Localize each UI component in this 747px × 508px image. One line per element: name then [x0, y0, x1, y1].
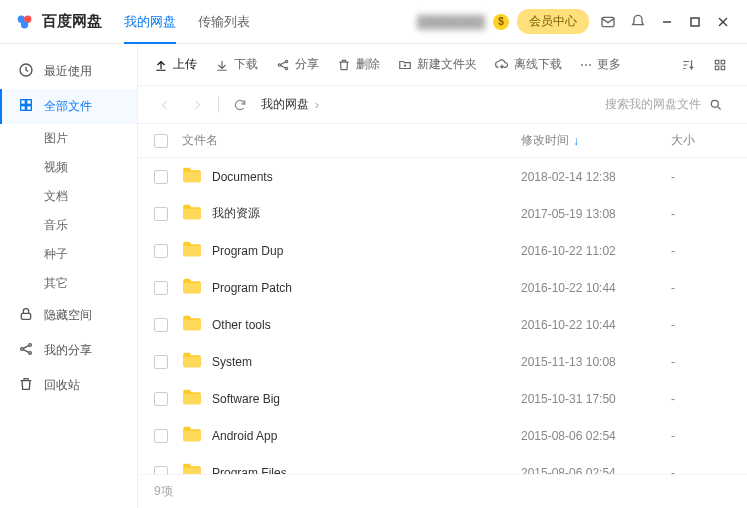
file-row[interactable]: Program Files2015-08-06 02:54-	[138, 454, 747, 474]
search-icon	[709, 98, 723, 112]
file-size: -	[671, 281, 731, 295]
file-list-header: 文件名 修改时间 ↓ 大小	[138, 124, 747, 158]
row-checkbox[interactable]	[154, 392, 168, 406]
file-row[interactable]: Android App2015-08-06 02:54-	[138, 417, 747, 454]
column-name[interactable]: 文件名	[182, 132, 521, 149]
row-checkbox[interactable]	[154, 466, 168, 475]
select-all-checkbox[interactable]	[154, 134, 168, 148]
row-checkbox[interactable]	[154, 170, 168, 184]
column-size[interactable]: 大小	[671, 132, 731, 149]
row-checkbox[interactable]	[154, 318, 168, 332]
share-icon	[18, 341, 34, 360]
file-size: -	[671, 207, 731, 221]
row-checkbox[interactable]	[154, 429, 168, 443]
folder-icon	[182, 167, 212, 186]
new-folder-label: 新建文件夹	[417, 56, 477, 73]
more-button[interactable]: ⋯ 更多	[580, 56, 621, 73]
sidebar-item-all[interactable]: 全部文件	[0, 89, 137, 124]
svg-rect-20	[715, 60, 719, 64]
file-time: 2015-08-06 02:54	[521, 429, 671, 443]
clock-icon	[18, 62, 34, 81]
minimize-button[interactable]	[657, 12, 677, 32]
sidebar-item-trash[interactable]: 回收站	[0, 368, 137, 403]
bell-icon[interactable]	[627, 11, 649, 33]
app-name: 百度网盘	[42, 12, 102, 31]
file-row[interactable]: Other tools2016-10-22 10:44-	[138, 306, 747, 343]
offline-download-button[interactable]: 离线下载	[495, 56, 562, 73]
delete-button[interactable]: 删除	[337, 56, 380, 73]
file-row[interactable]: Program Patch2016-10-22 10:44-	[138, 269, 747, 306]
title-tab-1[interactable]: 传输列表	[198, 1, 250, 43]
row-checkbox[interactable]	[154, 281, 168, 295]
download-button[interactable]: 下载	[215, 56, 258, 73]
sidebar-sub-5[interactable]: 其它	[0, 269, 137, 298]
lock-icon	[18, 306, 34, 325]
app-logo: 百度网盘	[14, 11, 102, 33]
svg-point-14	[21, 348, 24, 351]
trash-icon	[18, 376, 34, 395]
title-tab-0[interactable]: 我的网盘	[124, 1, 176, 43]
file-size: -	[671, 318, 731, 332]
sidebar-item-recent[interactable]: 最近使用	[0, 54, 137, 89]
file-time: 2017-05-19 13:08	[521, 207, 671, 221]
svg-point-16	[29, 352, 32, 355]
svg-rect-22	[715, 66, 719, 70]
folder-icon	[182, 352, 212, 371]
svg-rect-13	[21, 313, 30, 319]
file-time: 2015-08-06 02:54	[521, 466, 671, 475]
row-checkbox[interactable]	[154, 244, 168, 258]
new-folder-button[interactable]: 新建文件夹	[398, 56, 477, 73]
sort-arrow-down-icon: ↓	[573, 134, 579, 148]
sidebar-sub-0[interactable]: 图片	[0, 124, 137, 153]
column-time[interactable]: 修改时间 ↓	[521, 132, 671, 149]
refresh-button[interactable]	[229, 94, 251, 116]
file-name: Software Big	[212, 392, 280, 406]
cloud-download-icon	[495, 58, 509, 72]
svg-point-2	[21, 21, 28, 28]
maximize-button[interactable]	[685, 12, 705, 32]
chevron-right-icon: ›	[315, 98, 319, 112]
file-name: Program Files	[212, 466, 287, 475]
delete-label: 删除	[356, 56, 380, 73]
row-checkbox[interactable]	[154, 207, 168, 221]
sidebar-sub-4[interactable]: 种子	[0, 240, 137, 269]
cloud-logo-icon	[14, 11, 36, 33]
back-button[interactable]	[154, 94, 176, 116]
close-button[interactable]	[713, 12, 733, 32]
file-row[interactable]: Software Big2015-10-31 17:50-	[138, 380, 747, 417]
row-checkbox[interactable]	[154, 355, 168, 369]
svg-point-19	[285, 67, 287, 69]
upload-icon	[154, 58, 168, 72]
sidebar-sub-2[interactable]: 文档	[0, 182, 137, 211]
svg-point-15	[29, 344, 32, 347]
search-box[interactable]: 搜索我的网盘文件	[597, 92, 731, 117]
sidebar-item-share[interactable]: 我的分享	[0, 333, 137, 368]
file-name: 我的资源	[212, 205, 260, 222]
forward-button[interactable]	[186, 94, 208, 116]
share-button[interactable]: 分享	[276, 56, 319, 73]
file-name: Program Patch	[212, 281, 292, 295]
sidebar-sub-1[interactable]: 视频	[0, 153, 137, 182]
breadcrumb-root[interactable]: 我的网盘	[261, 96, 309, 113]
file-row[interactable]: 我的资源2017-05-19 13:08-	[138, 195, 747, 232]
titlebar: 百度网盘 我的网盘传输列表 ████████ $ 会员中心	[0, 0, 747, 44]
file-row[interactable]: Documents2018-02-14 12:38-	[138, 158, 747, 195]
file-name: Android App	[212, 429, 277, 443]
upload-button[interactable]: 上传	[154, 56, 197, 73]
file-row[interactable]: System2015-11-13 10:08-	[138, 343, 747, 380]
file-size: -	[671, 466, 731, 475]
sidebar-item-hidden[interactable]: 隐藏空间	[0, 298, 137, 333]
sidebar-sub-3[interactable]: 音乐	[0, 211, 137, 240]
nav-divider	[218, 97, 219, 113]
folder-icon	[182, 426, 212, 445]
list-view-icon[interactable]	[709, 54, 731, 76]
mail-icon[interactable]	[597, 11, 619, 33]
grid-icon	[18, 97, 34, 116]
sort-icon[interactable]	[677, 54, 699, 76]
member-center-button[interactable]: 会员中心	[517, 9, 589, 34]
search-placeholder: 搜索我的网盘文件	[605, 96, 701, 113]
file-row[interactable]: Program Dup2016-10-22 11:02-	[138, 232, 747, 269]
folder-icon	[182, 315, 212, 334]
file-name: System	[212, 355, 252, 369]
trash-icon	[337, 58, 351, 72]
